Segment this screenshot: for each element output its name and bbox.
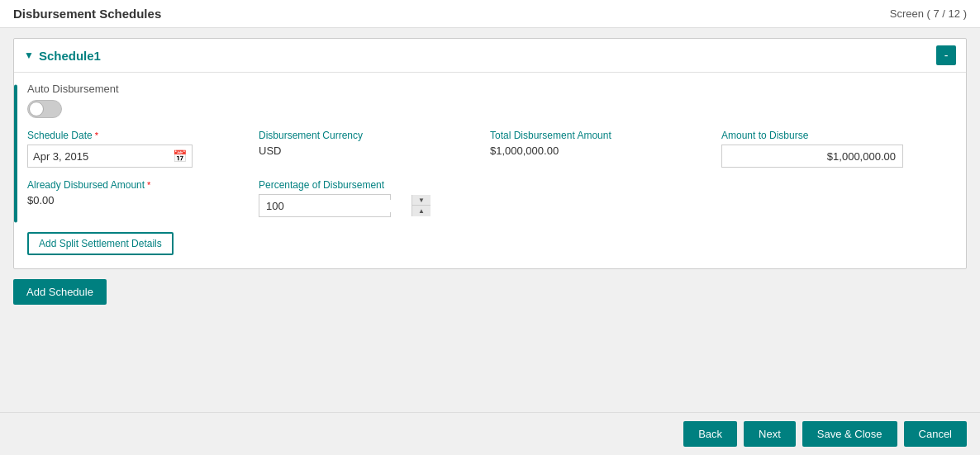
schedule-title: ▼ Schedule1: [24, 49, 101, 63]
page-title: Disbursement Schedules: [13, 7, 161, 21]
already-disbursed-required: *: [147, 180, 150, 190]
percentage-spinner: ▼ ▲: [412, 195, 431, 216]
schedule-date-input[interactable]: [33, 150, 173, 163]
total-disbursement-amount-label: Total Disbursement Amount: [490, 130, 705, 141]
disbursement-currency-label: Disbursement Currency: [259, 130, 473, 141]
collapse-schedule-button[interactable]: -: [936, 45, 956, 65]
schedule-name-label: Schedule1: [39, 49, 101, 63]
schedule-card: ▼ Schedule1 - Auto Disbursement: [13, 38, 967, 269]
schedule-date-required: *: [95, 130, 98, 140]
fields-row-1: Schedule Date * 📅 Disbursement Currency: [27, 130, 953, 168]
schedule-date-group: Schedule Date * 📅: [27, 130, 259, 168]
add-split-settlement-button[interactable]: Add Split Settlement Details: [27, 232, 174, 255]
next-button[interactable]: Next: [744, 421, 796, 447]
add-schedule-button[interactable]: Add Schedule: [13, 279, 107, 305]
percentage-disbursement-label: Percentage of Disbursement: [259, 179, 473, 191]
schedule-body: Auto Disbursement Schedule Date *: [14, 73, 966, 268]
already-disbursed-amount-group: Already Disbursed Amount * $0.00: [27, 179, 259, 217]
footer-bar: Back Next Save & Close Cancel: [0, 412, 980, 455]
empty-group-4: [721, 179, 953, 217]
percentage-disbursement-input[interactable]: [259, 200, 412, 212]
percentage-spinner-down[interactable]: ▼: [412, 195, 431, 206]
percentage-disbursement-input-wrapper: ▼ ▲: [259, 194, 391, 217]
calendar-icon[interactable]: 📅: [173, 149, 187, 163]
collapse-icon: ▼: [24, 50, 34, 61]
auto-disbursement-toggle[interactable]: [27, 100, 62, 118]
schedule-card-header: ▼ Schedule1 -: [14, 39, 966, 73]
already-disbursed-amount-label: Already Disbursed Amount *: [27, 179, 242, 191]
disbursement-currency-group: Disbursement Currency USD: [259, 130, 490, 168]
already-disbursed-amount-value: $0.00: [27, 194, 242, 206]
toggle-knob: [29, 102, 44, 116]
total-disbursement-amount-group: Total Disbursement Amount $1,000,000.00: [490, 130, 721, 168]
percentage-disbursement-group: Percentage of Disbursement ▼ ▲: [259, 179, 490, 217]
auto-disbursement-toggle-container: [27, 100, 953, 118]
empty-group-3: [490, 179, 721, 217]
amount-to-disburse-value: $1,000,000.00: [721, 145, 903, 168]
fields-row-2: Already Disbursed Amount * $0.00 Percent…: [27, 179, 953, 217]
save-close-button[interactable]: Save & Close: [802, 421, 897, 447]
schedule-date-label: Schedule Date *: [27, 130, 242, 141]
cancel-button[interactable]: Cancel: [904, 421, 967, 447]
schedule-date-input-wrapper: 📅: [27, 145, 193, 168]
main-content: ▼ Schedule1 - Auto Disbursement: [0, 28, 980, 412]
auto-disbursement-label: Auto Disbursement: [27, 83, 953, 95]
screen-indicator: Screen ( 7 / 12 ): [890, 7, 967, 20]
amount-to-disburse-label: Amount to Disburse: [721, 130, 936, 141]
total-disbursement-amount-value: $1,000,000.00: [490, 145, 705, 157]
amount-to-disburse-group: Amount to Disburse $1,000,000.00: [721, 130, 953, 168]
disbursement-currency-value: USD: [259, 145, 473, 157]
percentage-spinner-up[interactable]: ▲: [412, 206, 431, 216]
accent-bar: [14, 85, 17, 223]
back-button[interactable]: Back: [683, 421, 737, 447]
